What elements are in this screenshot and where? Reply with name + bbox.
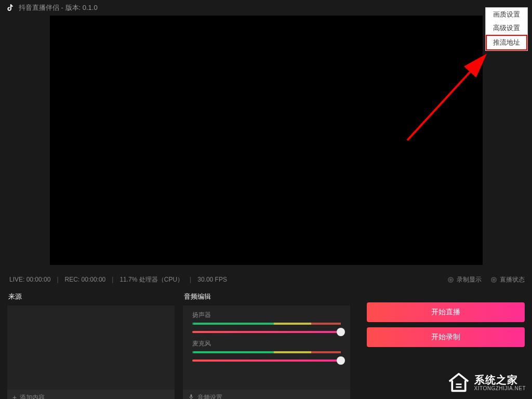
record-display-toggle[interactable]: 录制显示 — [448, 275, 482, 284]
dropdown-item-quality[interactable]: 画质设置 — [486, 8, 527, 21]
watermark: 系统之家 XITONGZHIJIA.NET — [447, 372, 526, 393]
titlebar: 抖音直播伴侣 - 版本: 0.1.0 — [0, 0, 532, 16]
status-live-time: LIVE: 00:00:00 — [7, 276, 52, 283]
audio-title: 音频编辑 — [183, 290, 350, 305]
status-fps: 30.00 FPS — [195, 276, 229, 283]
speaker-label: 扬声器 — [192, 311, 341, 320]
speaker-volume-slider[interactable] — [192, 331, 341, 333]
status-rec-time: REC: 00:00:00 — [63, 276, 108, 283]
status-cpu: 11.7% 处理器（CPU） — [117, 275, 185, 284]
preview-container — [0, 16, 532, 265]
sources-panel: 来源 + 添加内容 — [7, 290, 175, 399]
radio-icon — [491, 277, 497, 283]
stream-status-label: 直播状态 — [500, 275, 525, 284]
settings-dropdown: 画质设置 高级设置 推流地址 — [485, 7, 528, 51]
mic-volume-slider[interactable] — [192, 360, 341, 362]
watermark-en: XITONGZHIJIA.NET — [474, 385, 526, 391]
mic-group: 麦克风 — [192, 339, 341, 362]
add-source-label: 添加内容 — [20, 393, 45, 400]
audio-settings-label: 音频设置 — [197, 393, 222, 400]
dropdown-item-advanced[interactable]: 高级设置 — [486, 21, 527, 35]
radio-icon — [448, 277, 454, 283]
speaker-group: 扬声器 — [192, 311, 341, 333]
audio-panel: 音频编辑 扬声器 麦克风 音频设置 — [183, 290, 350, 399]
dropdown-item-stream-url[interactable]: 推流地址 — [486, 35, 527, 50]
start-stream-button[interactable]: 开始直播 — [367, 302, 525, 322]
sources-title: 来源 — [7, 290, 175, 305]
audio-settings-button[interactable]: 音频设置 — [183, 390, 350, 399]
add-source-button[interactable]: + 添加内容 — [7, 390, 175, 399]
mic-label: 麦克风 — [192, 339, 341, 348]
mic-vu-meter — [192, 351, 341, 353]
mic-icon — [188, 394, 194, 400]
slider-thumb[interactable] — [337, 328, 345, 336]
app-title: 抖音直播伴侣 - 版本: 0.1.0 — [19, 3, 98, 12]
audio-body: 扬声器 麦克风 — [183, 305, 350, 390]
record-display-label: 录制显示 — [457, 275, 482, 284]
statusbar: LIVE: 00:00:00 | REC: 00:00:00 | 11.7% 处… — [0, 271, 532, 288]
start-record-button[interactable]: 开始录制 — [367, 327, 525, 347]
house-icon — [447, 372, 470, 393]
slider-thumb[interactable] — [337, 356, 345, 365]
video-preview[interactable] — [50, 16, 483, 265]
app-logo-icon — [5, 3, 15, 12]
sources-list[interactable] — [7, 305, 175, 390]
plus-icon: + — [12, 393, 17, 399]
stream-status-toggle[interactable]: 直播状态 — [491, 275, 525, 284]
speaker-vu-meter — [192, 323, 341, 325]
watermark-cn: 系统之家 — [474, 374, 526, 385]
